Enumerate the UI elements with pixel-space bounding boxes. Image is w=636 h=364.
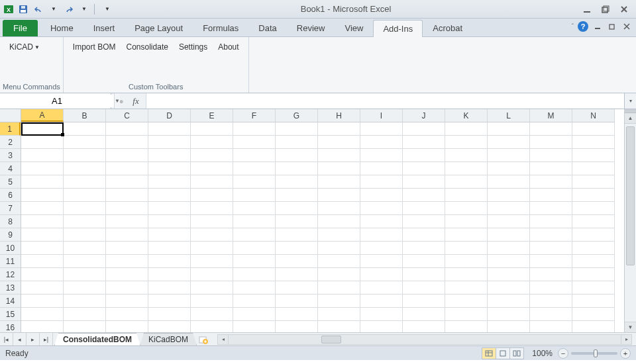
zoom-slider-track[interactable] (571, 352, 617, 355)
cell-B11[interactable] (64, 255, 106, 268)
cell-B1[interactable] (64, 122, 106, 136)
insert-sheet-button[interactable] (196, 333, 211, 345)
cell-M1[interactable] (530, 122, 572, 136)
cell-N16[interactable] (572, 321, 615, 332)
cell-I9[interactable] (360, 228, 403, 242)
cell-A2[interactable] (21, 136, 64, 149)
cell-H14[interactable] (318, 295, 360, 308)
cell-A9[interactable] (21, 228, 64, 242)
cell-J2[interactable] (403, 136, 445, 149)
cell-M11[interactable] (530, 255, 572, 268)
sheet-nav-first[interactable]: |◂ (0, 333, 13, 345)
cell-A15[interactable] (21, 308, 64, 321)
cell-G6[interactable] (276, 189, 318, 202)
ribbon-tab-add-ins[interactable]: Add-Ins (373, 20, 423, 37)
cell-L9[interactable] (488, 228, 530, 242)
cell-B5[interactable] (64, 175, 106, 189)
cell-J11[interactable] (403, 255, 445, 268)
cell-L5[interactable] (488, 175, 530, 189)
cell-E2[interactable] (191, 136, 233, 149)
cell-N9[interactable] (572, 228, 615, 242)
cell-A7[interactable] (21, 202, 64, 215)
sheet-tab-kicadbom[interactable]: KiCadBOM (140, 333, 197, 345)
cell-N2[interactable] (572, 136, 615, 149)
cell-L3[interactable] (488, 149, 530, 162)
normal-view-button[interactable] (482, 347, 496, 359)
cell-G14[interactable] (276, 295, 318, 308)
row-header-9[interactable]: 9 (0, 228, 21, 242)
cell-L6[interactable] (488, 189, 530, 202)
cell-M2[interactable] (530, 136, 572, 149)
cell-G12[interactable] (276, 268, 318, 281)
cell-H16[interactable] (318, 321, 360, 332)
cell-N3[interactable] (572, 149, 615, 162)
cell-E5[interactable] (191, 175, 233, 189)
undo-dropdown[interactable]: ▼ (47, 3, 60, 16)
cell-C11[interactable] (106, 255, 148, 268)
cell-J15[interactable] (403, 308, 445, 321)
cell-I1[interactable] (360, 122, 403, 136)
cell-N14[interactable] (572, 295, 615, 308)
sheet-tab-consolidatedbom[interactable]: ConsolidatedBOM (54, 333, 140, 345)
cell-C15[interactable] (106, 308, 148, 321)
cell-K10[interactable] (445, 242, 488, 255)
row-header-5[interactable]: 5 (0, 175, 21, 189)
sheet-nav-next[interactable]: ▸ (26, 333, 40, 345)
cell-A16[interactable] (21, 321, 64, 332)
cell-M12[interactable] (530, 268, 572, 281)
cell-H2[interactable] (318, 136, 360, 149)
cell-I5[interactable] (360, 175, 403, 189)
page-break-view-button[interactable] (509, 347, 524, 359)
formula-input[interactable] (146, 93, 624, 109)
cell-B7[interactable] (64, 202, 106, 215)
cell-H12[interactable] (318, 268, 360, 281)
doc-minimize-button[interactable] (592, 21, 603, 32)
cell-J12[interactable] (403, 268, 445, 281)
cell-L16[interactable] (488, 321, 530, 332)
cell-J4[interactable] (403, 162, 445, 175)
cell-D10[interactable] (148, 242, 191, 255)
page-layout-view-button[interactable] (496, 347, 510, 359)
cell-C16[interactable] (106, 321, 148, 332)
doc-close-button[interactable] (621, 21, 632, 32)
cell-F8[interactable] (233, 215, 276, 228)
cell-M6[interactable] (530, 189, 572, 202)
cell-D12[interactable] (148, 268, 191, 281)
cell-C10[interactable] (106, 242, 148, 255)
row-header-11[interactable]: 11 (0, 255, 21, 268)
cell-B10[interactable] (64, 242, 106, 255)
cell-L14[interactable] (488, 295, 530, 308)
row-header-10[interactable]: 10 (0, 242, 21, 255)
cell-G2[interactable] (276, 136, 318, 149)
column-header-E[interactable]: E (191, 109, 233, 122)
cell-J10[interactable] (403, 242, 445, 255)
cell-F15[interactable] (233, 308, 276, 321)
cell-D14[interactable] (148, 295, 191, 308)
cell-G13[interactable] (276, 281, 318, 295)
cell-L1[interactable] (488, 122, 530, 136)
ribbon-cmd-import-bom[interactable]: Import BOM (70, 41, 119, 53)
help-button[interactable]: ? (578, 21, 588, 32)
cell-D13[interactable] (148, 281, 191, 295)
cell-L10[interactable] (488, 242, 530, 255)
zoom-out-button[interactable]: − (558, 348, 568, 359)
cell-G7[interactable] (276, 202, 318, 215)
column-header-N[interactable]: N (572, 109, 615, 122)
ribbon-tab-review[interactable]: Review (287, 19, 335, 36)
row-header-1[interactable]: 1 (0, 122, 21, 136)
scroll-right-button[interactable]: ▸ (621, 335, 631, 344)
sheet-nav-prev[interactable]: ◂ (13, 333, 26, 345)
cell-G10[interactable] (276, 242, 318, 255)
cell-E3[interactable] (191, 149, 233, 162)
cell-I2[interactable] (360, 136, 403, 149)
cell-F14[interactable] (233, 295, 276, 308)
cell-C6[interactable] (106, 189, 148, 202)
row-header-16[interactable]: 16 (0, 321, 21, 332)
cell-C8[interactable] (106, 215, 148, 228)
cell-D15[interactable] (148, 308, 191, 321)
cell-D16[interactable] (148, 321, 191, 332)
cell-C1[interactable] (106, 122, 148, 136)
cell-K16[interactable] (445, 321, 488, 332)
ribbon-tab-acrobat[interactable]: Acrobat (423, 19, 472, 36)
file-tab[interactable]: File (3, 20, 38, 36)
